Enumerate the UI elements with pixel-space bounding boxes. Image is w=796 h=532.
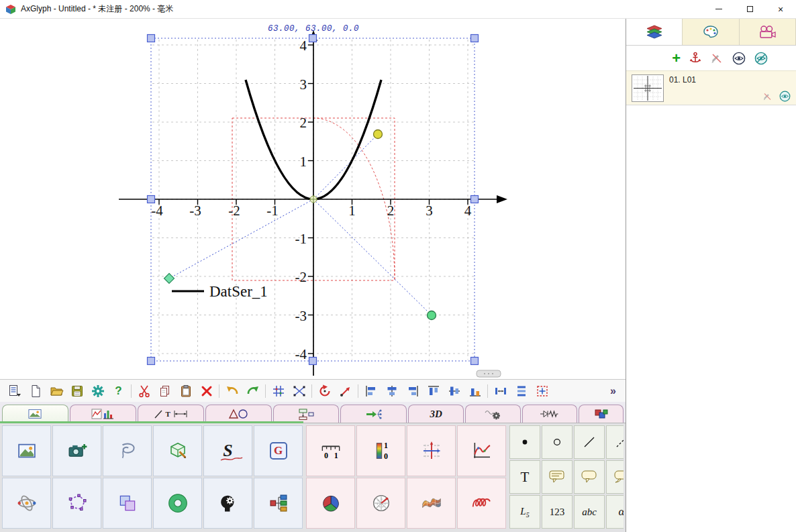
orbit-ellipses-tool[interactable] <box>2 478 51 529</box>
tab-shapes[interactable] <box>205 405 272 423</box>
svg-text:0: 0 <box>384 451 388 461</box>
glyph-frame-tool[interactable]: G <box>254 425 303 476</box>
paste-icon <box>179 384 193 398</box>
org-tree-tool[interactable] <box>254 478 303 529</box>
pie-chart-tool[interactable] <box>306 478 355 529</box>
help-button[interactable]: ? <box>108 382 129 401</box>
rotate-button[interactable] <box>314 382 335 401</box>
numbers-tool[interactable]: 123 <box>542 495 573 529</box>
align-middle-v-button[interactable] <box>444 382 464 401</box>
toolbar-overflow-button[interactable]: » <box>610 385 621 397</box>
minimize-button[interactable] <box>703 0 734 18</box>
dashed-line-tool[interactable] <box>606 425 624 459</box>
canvas-collapse-handle[interactable] <box>477 370 501 377</box>
new-from-template-button[interactable] <box>4 382 25 401</box>
signature-tool[interactable]: S <box>203 425 252 476</box>
callout-tail-tool[interactable] <box>606 460 624 494</box>
delete-button[interactable] <box>196 382 217 401</box>
curve-chart-tool[interactable] <box>457 425 506 476</box>
align-bottom-button[interactable] <box>464 382 485 401</box>
tab-media[interactable] <box>2 405 68 423</box>
shapes-tab-icon <box>228 409 248 419</box>
tab-style[interactable] <box>683 19 739 45</box>
control-point-green[interactable] <box>428 311 436 320</box>
visibility-button[interactable] <box>732 52 746 65</box>
app-icon <box>5 4 16 15</box>
grid-edit-button[interactable] <box>268 382 289 401</box>
tab-flowchart[interactable] <box>273 405 340 423</box>
lasso-tool[interactable] <box>103 425 152 476</box>
visibility-toggle-button[interactable] <box>754 52 768 65</box>
tab-line-text[interactable]: T <box>138 405 204 423</box>
anchor-button[interactable] <box>689 52 701 65</box>
save-file-button[interactable] <box>66 382 87 401</box>
screenshot-tool[interactable] <box>52 425 101 476</box>
align-center-h-button[interactable] <box>381 382 402 401</box>
toolbar-separator <box>219 384 219 398</box>
alpha-tool[interactable]: α <box>606 495 624 529</box>
layer-visibility-icon[interactable] <box>779 91 791 102</box>
align-top-button[interactable] <box>423 382 444 401</box>
svg-text:4: 4 <box>464 203 472 219</box>
control-point-diamond[interactable] <box>164 274 175 284</box>
rotate-free-button[interactable] <box>335 382 356 401</box>
scale-ruler-tool[interactable]: 01 <box>306 425 355 476</box>
new-file-button[interactable] <box>25 382 46 401</box>
settings-button[interactable] <box>87 382 108 401</box>
distribute-v-button[interactable] <box>511 382 532 401</box>
group-shapes-tool[interactable] <box>103 478 152 529</box>
node-cut-button[interactable] <box>289 382 309 401</box>
polygon-select-tool[interactable] <box>52 478 101 529</box>
paint-off-button[interactable] <box>710 52 724 64</box>
tab-capture[interactable] <box>740 19 796 45</box>
spring-tool[interactable] <box>457 478 506 529</box>
layer-list-item[interactable]: 01. L01 <box>626 70 796 105</box>
legend[interactable]: DatSer_1 <box>172 283 268 300</box>
y-tick-labels: 4 3 2 1 -1 -2 -3 -4 <box>295 38 307 362</box>
tab-electrical[interactable] <box>522 405 578 423</box>
callout-lines-tool[interactable] <box>542 460 573 494</box>
tab-3d[interactable]: 3D <box>408 405 464 423</box>
copy-button[interactable] <box>154 382 175 401</box>
center-in-page-button[interactable] <box>532 382 552 401</box>
dot-tool[interactable] <box>509 425 540 459</box>
callout-empty-tool[interactable] <box>574 460 605 494</box>
axes-icon <box>418 440 445 462</box>
cut-button[interactable] <box>134 382 154 401</box>
alpha-glyph: α <box>619 505 624 519</box>
tab-color-blocks[interactable] <box>579 405 624 423</box>
tab-charts[interactable] <box>70 405 136 423</box>
line-tool[interactable] <box>574 425 605 459</box>
model-3d-tool[interactable] <box>153 425 202 476</box>
axes[interactable] <box>119 38 500 376</box>
color-scale-tool[interactable]: 10 <box>356 425 405 476</box>
align-left-button[interactable] <box>360 382 381 401</box>
insert-image-tool[interactable] <box>2 425 51 476</box>
label-sub-tool[interactable]: L5 <box>509 495 540 529</box>
open-file-button[interactable] <box>46 382 66 401</box>
letters-tool[interactable]: abc <box>574 495 605 529</box>
window-controls: × <box>703 0 796 18</box>
donut-tool[interactable] <box>153 478 202 529</box>
close-button[interactable]: × <box>765 0 796 18</box>
control-point-yellow[interactable] <box>374 130 383 139</box>
gear-curves-tab-icon <box>484 409 501 420</box>
redo-button[interactable] <box>242 382 263 401</box>
tab-connector-tree[interactable] <box>340 405 407 423</box>
layer-paint-off-icon[interactable] <box>762 92 773 101</box>
circle-tool[interactable] <box>542 425 573 459</box>
surface-3d-tool[interactable] <box>407 478 456 529</box>
add-layer-button[interactable]: + <box>672 51 681 66</box>
distribute-h-button[interactable] <box>490 382 511 401</box>
undo-button[interactable] <box>221 382 242 401</box>
align-right-button[interactable] <box>402 382 423 401</box>
tab-gear-curves[interactable] <box>465 405 521 423</box>
polar-chart-tool[interactable] <box>356 478 405 529</box>
axes-tool[interactable] <box>407 425 456 476</box>
maximize-button[interactable] <box>734 0 765 18</box>
text-tool[interactable]: T <box>509 460 540 494</box>
tab-layers[interactable] <box>626 19 683 45</box>
drawing-canvas[interactable]: -4 -3 -2 -1 1 2 3 4 4 3 2 1 -1 -2 -3 -4 <box>0 19 626 379</box>
mind-gear-tool[interactable] <box>203 478 252 529</box>
paste-button[interactable] <box>175 382 196 401</box>
